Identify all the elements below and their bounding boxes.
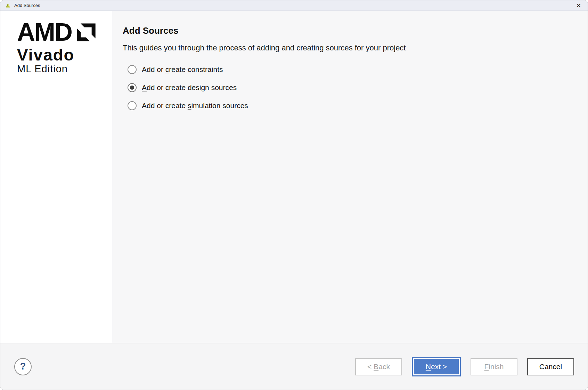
wizard-buttons: < Back Next > Finish Cancel bbox=[355, 358, 574, 375]
add-sources-dialog: Add Sources ✕ AMD Vivado ML Edition Add … bbox=[0, 0, 588, 390]
page-title: Add Sources bbox=[123, 25, 574, 36]
dialog-body: AMD Vivado ML Edition Add Sources This g… bbox=[0, 11, 588, 343]
finish-button[interactable]: Finish bbox=[471, 358, 517, 375]
brand-row: AMD bbox=[17, 22, 112, 42]
next-button[interactable]: Next > bbox=[413, 358, 460, 375]
radio-label-simulation-sources: Add or create simulation sources bbox=[142, 101, 248, 110]
brand-sidebar: AMD Vivado ML Edition bbox=[0, 11, 112, 343]
back-button[interactable]: < Back bbox=[355, 358, 402, 375]
radio-label-constraints: Add or create constraints bbox=[142, 65, 223, 74]
help-button[interactable]: ? bbox=[14, 358, 32, 375]
main-content: Add Sources This guides you through the … bbox=[112, 11, 588, 343]
amd-logo-text: AMD bbox=[17, 22, 72, 42]
window-title: Add Sources bbox=[14, 3, 40, 8]
radio-circle-simulation-sources[interactable] bbox=[128, 101, 137, 110]
button-bar: ? < Back Next > Finish Cancel bbox=[0, 343, 588, 390]
vivado-app-icon bbox=[5, 2, 11, 9]
edition-name: ML Edition bbox=[17, 64, 112, 73]
next-button-label: Next > bbox=[426, 363, 447, 371]
title-bar: Add Sources ✕ bbox=[0, 0, 588, 11]
radio-label-design-sources: Add or create design sources bbox=[142, 83, 237, 92]
cancel-button[interactable]: Cancel bbox=[527, 358, 574, 375]
source-type-options: Add or create constraints Add or create … bbox=[123, 60, 574, 115]
product-name: Vivado bbox=[17, 48, 112, 62]
amd-arrow-logo-icon bbox=[76, 22, 96, 42]
radio-option-design-sources[interactable]: Add or create design sources bbox=[123, 79, 574, 97]
radio-option-simulation-sources[interactable]: Add or create simulation sources bbox=[123, 97, 574, 115]
radio-circle-design-sources[interactable] bbox=[128, 83, 137, 92]
close-icon[interactable]: ✕ bbox=[574, 1, 583, 10]
radio-option-constraints[interactable]: Add or create constraints bbox=[123, 60, 574, 79]
radio-circle-constraints[interactable] bbox=[128, 65, 137, 74]
finish-button-label: Finish bbox=[484, 363, 504, 371]
back-button-label: < Back bbox=[367, 363, 390, 371]
cancel-button-label: Cancel bbox=[539, 363, 562, 371]
page-description: This guides you through the process of a… bbox=[123, 43, 574, 53]
